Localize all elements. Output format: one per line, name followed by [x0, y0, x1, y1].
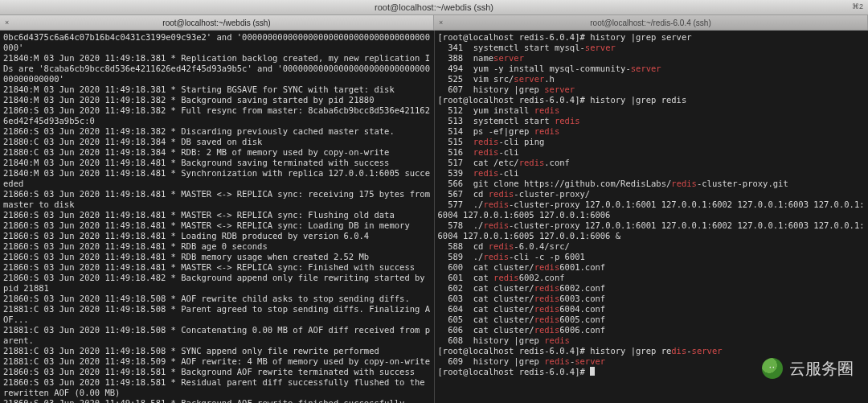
- log-line: 21860:S 03 Jun 2020 11:49:18.481 * MASTE…: [3, 189, 431, 210]
- log-line: [root@localhost redis-6.0.4]# history |g…: [438, 95, 866, 105]
- log-line: 515 redis-cli ping: [438, 137, 866, 147]
- log-line: 21840:M 03 Jun 2020 11:49:18.481 * Backg…: [3, 158, 431, 168]
- log-line: 21860:S 03 Jun 2020 11:49:18.508 * AOF r…: [3, 294, 431, 304]
- log-line: 539 redis-cli: [438, 168, 866, 179]
- log-line: 21881:C 03 Jun 2020 11:49:18.508 * Conca…: [3, 325, 431, 346]
- log-line: 21860:S 03 Jun 2020 11:49:18.581 * Resid…: [3, 377, 431, 398]
- log-line: [root@localhost redis-6.0.4]# history |g…: [438, 346, 866, 356]
- close-icon[interactable]: ×: [439, 18, 443, 28]
- log-line: 608 history |grep redis: [438, 335, 866, 346]
- log-line: 589 ./redis-cli -c -p 6001: [438, 252, 866, 262]
- log-line: 609 history |grep redis-server: [438, 356, 866, 367]
- log-line: 21840:M 03 Jun 2020 11:49:18.481 * Synch…: [3, 168, 431, 189]
- close-icon[interactable]: ×: [5, 18, 9, 28]
- tab-webdis[interactable]: × root@localhost:~/webdis (ssh): [0, 15, 434, 30]
- log-line: 21860:S 03 Jun 2020 11:49:18.581 * Backg…: [3, 398, 431, 403]
- log-line: 602 cat cluster/redis6002.conf: [438, 283, 866, 294]
- log-line: 494 yum -y install mysql-community-serve…: [438, 64, 866, 74]
- log-line: [root@localhost redis-6.0.4]#: [438, 367, 866, 377]
- log-line: 21860:S 03 Jun 2020 11:49:18.482 * Backg…: [3, 273, 431, 294]
- log-line: 604 cat cluster/redis6004.conf: [438, 304, 866, 315]
- log-line: 21860:S 03 Jun 2020 11:49:18.382 * Full …: [3, 105, 431, 126]
- log-line: 21860:S 03 Jun 2020 11:49:18.581 * Backg…: [3, 367, 431, 377]
- log-line: 516 redis-cli: [438, 147, 866, 158]
- log-line: 603 cat cluster/redis6003.conf: [438, 294, 866, 304]
- log-line: 21860:S 03 Jun 2020 11:49:18.481 * MASTE…: [3, 210, 431, 220]
- log-line: 525 vim src/server.h: [438, 74, 866, 84]
- titlebar[interactable]: root@localhost:~/webdis (ssh) ⌘2: [0, 0, 868, 15]
- pane-indicator: ⌘2: [852, 2, 863, 12]
- log-line: 21881:C 03 Jun 2020 11:49:18.508 * SYNC …: [3, 346, 431, 356]
- log-line: 21840:M 03 Jun 2020 11:49:18.381 * Repli…: [3, 53, 431, 84]
- log-line: 388 nameserver: [438, 53, 866, 64]
- terminal-left[interactable]: 0bc6d4375c6a64c07b16b4c0431c3199e09c93e2…: [0, 31, 435, 403]
- log-line: 605 cat cluster/redis6005.conf: [438, 315, 866, 325]
- log-line: 566 git clone https://github.com/RedisLa…: [438, 179, 866, 189]
- log-line: 514 ps -ef|grep redis: [438, 126, 866, 137]
- log-line: 21860:S 03 Jun 2020 11:49:18.481 * MASTE…: [3, 220, 431, 231]
- log-line: 341 systemctl start mysql-server: [438, 43, 866, 53]
- log-line: 21860:S 03 Jun 2020 11:49:18.481 * Loadi…: [3, 231, 431, 241]
- log-line: 21860:S 03 Jun 2020 11:49:18.382 * Disca…: [3, 126, 431, 137]
- tab-redis[interactable]: × root@localhost:~/redis-6.0.4 (ssh): [434, 15, 868, 30]
- log-line: 607 history |grep server: [438, 84, 866, 95]
- log-line: 21840:M 03 Jun 2020 11:49:18.381 * Start…: [3, 84, 431, 95]
- tab-label: root@localhost:~/webdis (ssh): [162, 18, 270, 28]
- log-line: 577 ./redis-cluster-proxy 127.0.0.1:6001…: [438, 199, 866, 220]
- log-line: 21881:C 03 Jun 2020 11:49:18.509 * AOF r…: [3, 356, 431, 367]
- log-line: 567 cd redis-cluster-proxy/: [438, 189, 866, 199]
- log-line: [root@localhost redis-6.0.4]# history |g…: [438, 32, 866, 43]
- tab-label: root@localhost:~/redis-6.0.4 (ssh): [590, 18, 711, 28]
- tabbar: × root@localhost:~/webdis (ssh) × root@l…: [0, 15, 868, 31]
- log-line: 600 cat cluster/redis6001.conf: [438, 262, 866, 273]
- log-line: 588 cd redis-6.0.4/src/: [438, 241, 866, 252]
- log-line: 21880:C 03 Jun 2020 11:49:18.384 * RDB: …: [3, 147, 431, 158]
- log-line: 513 systemctl start redis: [438, 116, 866, 126]
- iterm-window: root@localhost:~/webdis (ssh) ⌘2 × root@…: [0, 0, 868, 403]
- log-line: 578 ./redis-cluster-proxy 127.0.0.1:6001…: [438, 220, 866, 241]
- log-line: 21860:S 03 Jun 2020 11:49:18.481 * MASTE…: [3, 262, 431, 273]
- log-line: 517 cat /etc/redis.conf: [438, 158, 866, 168]
- log-line: 601 cat redis6002.conf: [438, 273, 866, 283]
- split-panes: 0bc6d4375c6a64c07b16b4c0431c3199e09c93e2…: [0, 31, 868, 403]
- window-title: root@localhost:~/webdis (ssh): [375, 2, 493, 13]
- log-line: 21860:S 03 Jun 2020 11:49:18.481 * RDB a…: [3, 241, 431, 252]
- log-line: 21881:C 03 Jun 2020 11:49:18.508 * Paren…: [3, 304, 431, 325]
- log-line: 0bc6d4375c6a64c07b16b4c0431c3199e09c93e2…: [3, 32, 431, 53]
- log-line: 21840:M 03 Jun 2020 11:49:18.382 * Backg…: [3, 95, 431, 105]
- log-line: 21880:C 03 Jun 2020 11:49:18.384 * DB sa…: [3, 137, 431, 147]
- cursor: [590, 367, 595, 376]
- terminal-right[interactable]: [root@localhost redis-6.0.4]# history |g…: [435, 31, 869, 403]
- log-line: 606 cat cluster/redis6006.conf: [438, 325, 866, 335]
- log-line: 21860:S 03 Jun 2020 11:49:18.481 * RDB m…: [3, 252, 431, 262]
- log-line: 512 yum install redis: [438, 105, 866, 116]
